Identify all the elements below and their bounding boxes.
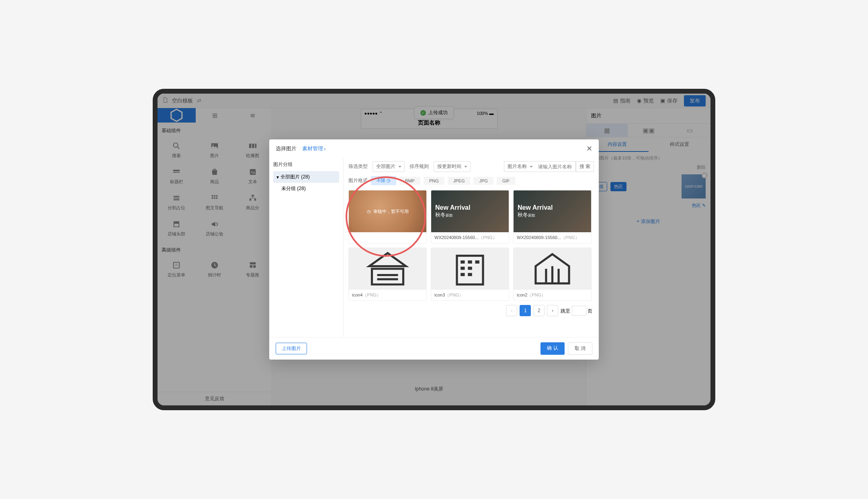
format-unlimited[interactable]: 不限 ◷ [371,176,396,185]
name-field-select[interactable]: 图片名称 [504,161,536,172]
page-suffix: 页 [588,308,592,314]
reviewing-text: 审核中，暂不可用 [373,209,409,215]
svg-rect-31 [461,260,465,264]
cancel-button[interactable]: 取 消 [568,342,592,355]
pagination: ‹ 1 2 › 跳至 页 [348,301,594,316]
svg-rect-34 [461,267,465,270]
page-prev[interactable]: ‹ [506,305,517,316]
clock-small-icon: ◷ [387,178,391,183]
svg-rect-37 [468,273,472,276]
svg-rect-30 [457,256,483,285]
confirm-button[interactable]: 确 认 [540,342,564,355]
page-next[interactable]: › [547,305,558,316]
group-ungrouped[interactable]: 未分组 (28) [273,183,339,194]
format-png[interactable]: PNG [424,177,444,185]
search-button[interactable]: 搜 索 [576,161,594,172]
sort-select[interactable]: 按更新时间 [434,161,471,172]
image-card[interactable]: icon3（PNG） [431,247,509,301]
group-title: 图片分组 [273,161,339,168]
svg-rect-33 [475,260,479,264]
modal-close-button[interactable]: ✕ [586,144,592,153]
page-2[interactable]: 2 [533,305,545,316]
jump-input[interactable] [572,306,586,316]
svg-rect-35 [468,267,472,270]
jump-label: 跳至 [561,308,570,314]
material-manage-link[interactable]: 素材管理› [302,145,326,152]
house-icon [349,248,426,290]
clock-outline-icon: ◷ [367,209,371,214]
format-jpg[interactable]: JPG [473,177,493,185]
caret-down-icon: ▾ [276,174,279,180]
warehouse-icon [514,248,591,290]
chevron-right-icon: › [324,146,326,152]
modal-overlay[interactable]: 选择图片 素材管理› ✕ 图片分组 ▾全部图片 (28) 未分组 (28) 筛选… [158,94,710,405]
modal-sidebar: 图片分组 ▾全部图片 (28) 未分组 (28) [269,158,344,337]
filter-type-label: 筛选类型 [348,163,368,170]
filter-type-select[interactable]: 全部图片 [373,161,405,172]
image-card-reviewing[interactable]: ◷审核中，暂不可用 [348,190,427,243]
image-card[interactable]: icon2（PNG） [513,247,592,301]
image-picker-modal: 选择图片 素材管理› ✕ 图片分组 ▾全部图片 (28) 未分组 (28) 筛选… [269,139,599,360]
image-card[interactable]: New Arrival秋冬新款 WX20240809-15560...（PNG） [431,190,509,243]
name-search-input[interactable] [536,161,576,172]
group-all[interactable]: ▾全部图片 (28) [273,171,339,183]
format-bmp[interactable]: BMP [399,177,420,185]
svg-rect-32 [468,260,472,264]
page-1[interactable]: 1 [520,305,531,316]
image-card[interactable]: icon4（PNG） [348,247,427,301]
format-gif[interactable]: GIF [497,177,515,185]
upload-button[interactable]: 上传图片 [276,343,307,354]
modal-title: 选择图片 [276,145,297,152]
svg-rect-36 [461,273,465,276]
svg-rect-29 [377,278,398,280]
sort-label: 排序规则 [409,163,429,170]
format-jpeg[interactable]: JPEG [448,177,471,185]
format-label: 图片格式 [348,177,368,184]
image-card[interactable]: New Arrival秋冬新款 WX20240809-15560...（PNG） [513,190,592,243]
svg-rect-28 [377,274,398,276]
building-icon [431,248,509,290]
